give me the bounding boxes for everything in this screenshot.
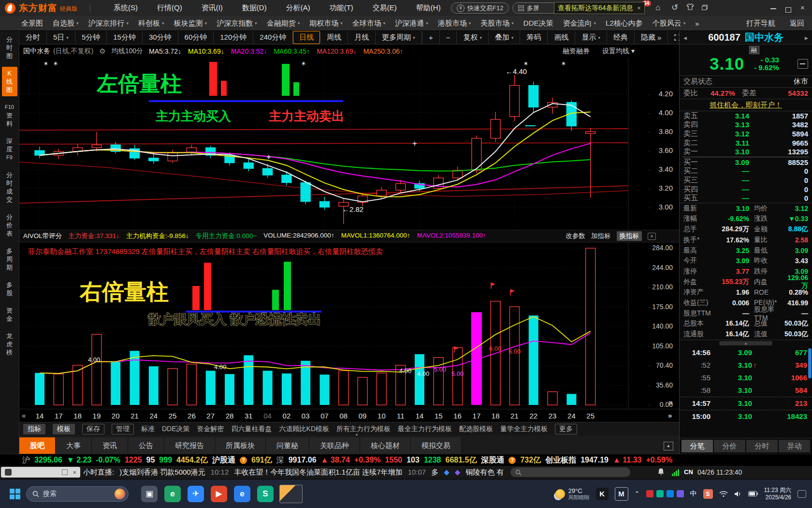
volume-bar-down[interactable] <box>206 371 216 405</box>
ticker-segment[interactable]: ◆ <box>444 468 450 477</box>
sidebar-item[interactable]: 分价表 <box>2 210 17 240</box>
quick-trade-button[interactable]: ¥ 快速交易F12 <box>451 2 509 14</box>
quote-tab[interactable]: 分笔 <box>682 440 713 452</box>
nav-right-link[interactable]: 返回 <box>790 19 804 28</box>
candle-body[interactable] <box>377 190 386 196</box>
chart-tool-button[interactable]: 隐藏» <box>634 31 667 44</box>
nav-item[interactable]: 板块监测▾ <box>169 19 212 28</box>
scroll-left-icon[interactable]: « <box>22 411 26 419</box>
template-item[interactable]: 模板 <box>53 424 75 434</box>
undo-icon[interactable]: ↺ <box>671 2 678 13</box>
candle-body[interactable] <box>320 201 330 207</box>
nav-item[interactable]: DDE决策 <box>519 19 558 28</box>
period-tab[interactable]: 5分钟 <box>75 31 107 44</box>
nav-item[interactable]: 全球市场▾ <box>348 19 391 28</box>
notice-close-icon[interactable]: × <box>638 5 641 12</box>
period-tab[interactable]: 120分钟 <box>214 31 253 44</box>
sidebar-item[interactable]: 多周期 <box>2 244 17 274</box>
nav-right-link[interactable]: 打开导航 <box>746 19 775 28</box>
sidebar-item[interactable]: F10资料 <box>2 101 17 130</box>
ticker-segment[interactable]: )支烟到香港 罚款5000港元 <box>119 468 205 477</box>
volume-bar-up[interactable] <box>586 248 595 405</box>
sidebar-item[interactable]: 分时成交 <box>2 168 17 206</box>
candle-body[interactable] <box>244 163 253 169</box>
menu-item[interactable]: 行情(Q) <box>157 3 182 13</box>
period-tab[interactable]: 日线 <box>293 31 320 44</box>
mini-window-restore-icon[interactable] <box>62 469 68 475</box>
candle-body[interactable] <box>92 145 102 148</box>
sidebar-item[interactable]: 龙虎榜 <box>2 329 17 359</box>
wifi-icon[interactable] <box>719 491 728 497</box>
open-account-ad[interactable]: 抓住机会，即刻开户！ <box>680 99 812 111</box>
edge-browser-icon[interactable]: e <box>234 486 250 502</box>
indicator-action-button[interactable]: 加指标 <box>591 232 611 240</box>
quote-tab[interactable]: 分价 <box>714 440 745 452</box>
candle-body[interactable] <box>149 158 159 161</box>
candle-body[interactable] <box>510 86 520 117</box>
gear-icon[interactable]: ⚙ <box>99 47 105 56</box>
multi-screen-button[interactable]: 多屏 <box>512 2 560 14</box>
nav-item[interactable]: 沪深京指数▾ <box>212 19 262 28</box>
mini-window-close-icon[interactable]: × <box>72 469 76 476</box>
chart-tool-button[interactable]: 叠加▾ <box>488 31 520 44</box>
volume-bar-up[interactable] <box>377 373 386 405</box>
info-tab[interactable]: 所属板块 <box>215 437 266 454</box>
info-tab[interactable]: 资讯 <box>92 437 128 454</box>
red-media-app-icon[interactable]: ▶ <box>211 486 227 502</box>
period-tab[interactable]: 分时 <box>19 31 47 44</box>
system-clock[interactable]: 11:23 周六 2025/4/26 <box>764 487 791 501</box>
volume-bar-down[interactable] <box>320 374 330 405</box>
prev-stock-arrow[interactable]: ◂ <box>683 34 687 42</box>
info-tab[interactable]: 问董秘 <box>266 437 309 454</box>
candle-body[interactable] <box>586 132 595 134</box>
window-switch-icon[interactable] <box>702 2 708 13</box>
volume-bar-down[interactable] <box>130 351 140 405</box>
chart-tool-button[interactable]: 显示▾ <box>575 31 607 44</box>
sidebar-item[interactable]: 资金 <box>2 304 17 325</box>
period-tab[interactable]: 30分钟 <box>143 31 178 44</box>
chart-tool-button[interactable]: 画线 <box>547 31 575 44</box>
nav-item[interactable]: 科创板▾ <box>133 19 169 28</box>
chart-tool-button[interactable]: 筹码 <box>520 31 547 44</box>
green-browser-icon[interactable]: e <box>164 486 181 502</box>
close-button[interactable]: × <box>800 2 805 13</box>
taskbar-search-input[interactable]: 搜索 <box>26 486 129 502</box>
period-tab[interactable]: 240分钟 <box>253 31 293 44</box>
nav-item[interactable]: 资金流向▾ <box>558 19 601 28</box>
menu-item[interactable]: 资讯(I) <box>202 3 223 13</box>
candle-body[interactable] <box>529 86 538 107</box>
volume-bar-up[interactable] <box>358 377 367 405</box>
teal-s-app-icon[interactable]: S <box>257 486 274 502</box>
info-tab[interactable]: 股吧 <box>19 437 56 454</box>
volume-bar-up[interactable] <box>548 392 557 405</box>
fund-flow-icon[interactable]: ? <box>508 457 516 464</box>
dock-panel-icon[interactable]: ▲ <box>664 442 673 450</box>
files-app-icon[interactable]: ▣ <box>141 486 158 502</box>
volume-chart[interactable]: ··284.00··244.00··210.00··175.00··140.00… <box>19 242 679 409</box>
volume-icon[interactable] <box>734 491 742 497</box>
search-hot-icon[interactable] <box>115 489 125 499</box>
window-preview-thumbnail[interactable] <box>279 485 303 503</box>
chart-tool-button[interactable]: 复权▾ <box>456 31 488 44</box>
sidebar-item[interactable]: 深度F9 <box>2 134 17 164</box>
template-item[interactable]: 管理 <box>112 424 134 434</box>
feishu-app-icon[interactable]: ✈ <box>188 486 204 502</box>
start-menu-icon[interactable] <box>10 489 20 499</box>
nav-item[interactable]: 美股市场▾ <box>476 19 519 28</box>
template-item[interactable]: 资金解密 <box>197 425 224 433</box>
candle-body[interactable] <box>263 168 273 175</box>
info-tab[interactable]: 核心题材 <box>360 437 411 454</box>
collapse-panel-button[interactable] <box>798 59 808 69</box>
home-icon[interactable]: ⌂ <box>655 2 660 13</box>
candle-body[interactable] <box>453 170 463 178</box>
menu-item[interactable]: 功能(T) <box>330 3 353 13</box>
tray-app-icon[interactable] <box>667 490 674 497</box>
k-app-icon[interactable]: K <box>596 488 609 500</box>
ime-indicator[interactable]: 中 <box>690 490 697 498</box>
quote-tab[interactable]: 异动 <box>779 440 810 452</box>
ma-settings-link[interactable]: 设置均线 ▾ <box>602 47 635 56</box>
fund-flow-icon[interactable]: ? <box>240 457 247 464</box>
volume-bar-up[interactable] <box>510 307 520 405</box>
candle-body[interactable] <box>282 175 291 183</box>
info-tab[interactable]: 公告 <box>128 437 164 454</box>
